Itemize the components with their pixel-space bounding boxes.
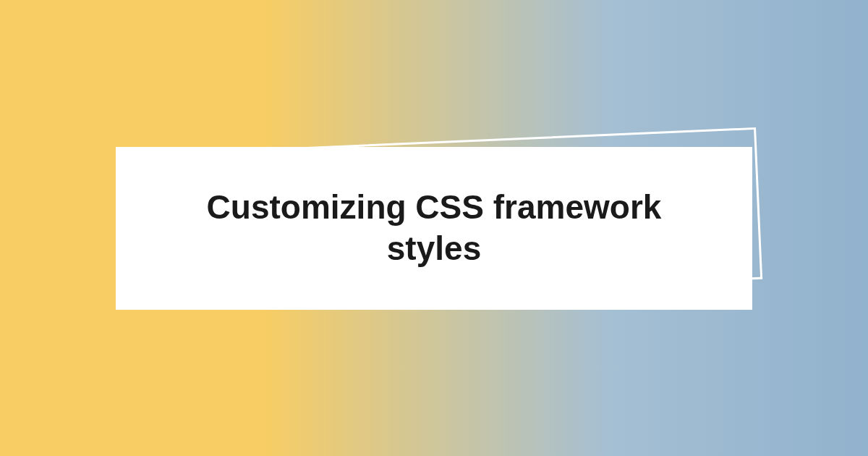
page-title: Customizing CSS framework styles xyxy=(159,187,709,270)
title-card-wrapper: Customizing CSS framework styles xyxy=(116,147,752,310)
title-card: Customizing CSS framework styles xyxy=(116,147,752,310)
